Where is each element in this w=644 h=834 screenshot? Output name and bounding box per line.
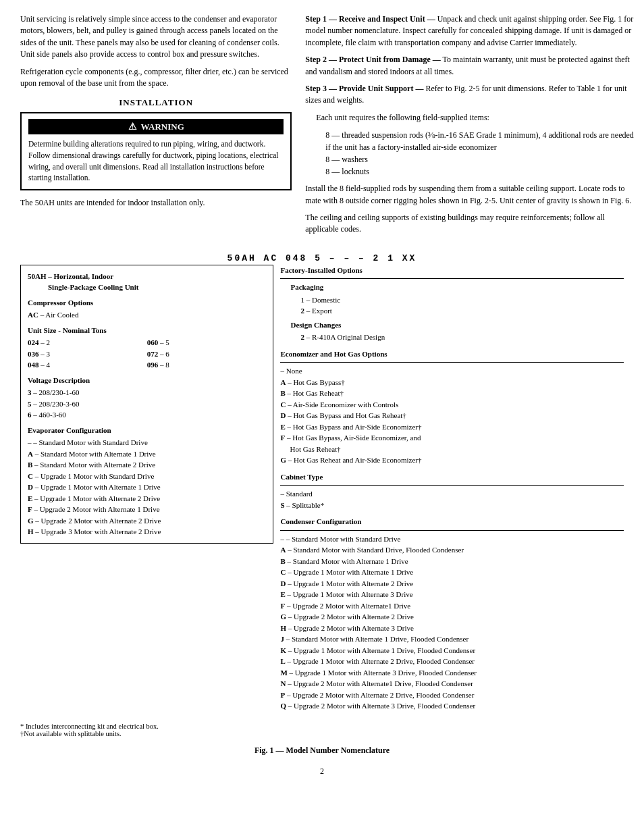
condenser-item: M – Upgrade 1 Motor with Alternate 3 Dri… <box>280 667 624 679</box>
list-item: 8 — locknuts <box>325 165 637 178</box>
packaging-title: Packaging <box>290 282 624 293</box>
condenser-item: B – Standard Motor with Alternate 1 Driv… <box>280 556 624 567</box>
condenser-item: K – Upgrade 1 Motor with Alternate 1 Dri… <box>280 645 624 656</box>
step2-heading: Step 2 — Protect Unit from Damage — <box>305 55 441 64</box>
footnote-2: †Not available with splittable units. <box>20 730 624 737</box>
compressor-item: AC – Air Cooled <box>28 309 266 321</box>
nomenclature-section: 50AH AC 048 5 – – – 2 1 XX 50AH – Horizo… <box>20 253 624 737</box>
nomenclature-code: 50AH AC 048 5 – – – 2 1 XX <box>20 253 624 263</box>
step3-items-list: 8 — threaded suspension rods (³⁄₈-in.-16… <box>325 129 637 178</box>
evap-item: D – Upgrade 1 Motor with Alternate 1 Dri… <box>28 481 266 493</box>
footnotes: * Includes interconnecting kit and elect… <box>20 723 624 737</box>
evap-item: A – Standard Motor with Alternate 1 Driv… <box>28 448 266 460</box>
step3-heading: Step 3 — Provide Unit Support — <box>305 84 423 93</box>
step1-paragraph: Step 1 — Receive and Inspect Unit — Unpa… <box>305 14 637 49</box>
evap-title: Evaporator Configuration <box>28 425 266 436</box>
unit-size-item: 024 – 2 <box>28 337 147 348</box>
voltage-title: Voltage Description <box>28 375 266 386</box>
condenser-item: E – Upgrade 1 Motor with Alternate 3 Dri… <box>280 589 624 600</box>
condenser-item: A – Standard Motor with Standard Drive, … <box>280 544 624 556</box>
cabinet-section: Cabinet Type – Standard S – Splittable* <box>280 471 624 511</box>
condenser-item: Q – Upgrade 2 Motor with Alternate 3 Dri… <box>280 700 624 712</box>
packaging-block: Packaging 1 – Domestic 2 – Export <box>280 282 624 317</box>
econom-item: G – Hot Gas Reheat and Air-Side Economiz… <box>280 454 624 466</box>
econom-item: – None <box>280 365 624 377</box>
footnote-1: * Includes interconnecting kit and elect… <box>20 723 624 730</box>
condenser-item: N – Upgrade 2 Motor with Alternate1 Driv… <box>280 678 624 689</box>
design-block: Design Changes 2 – R-410A Original Desig… <box>280 319 624 343</box>
unit-size-item: 048 – 4 <box>28 359 147 371</box>
condenser-item: P – Upgrade 2 Motor with Alternate 2 Dri… <box>280 689 624 701</box>
condenser-title: Condenser Configuration <box>280 516 624 527</box>
list-item: 8 — washers <box>325 153 637 165</box>
cabinet-title: Cabinet Type <box>280 471 624 483</box>
evap-item: E – Upgrade 1 Motor with Alternate 2 Dri… <box>28 493 266 504</box>
step2-paragraph: Step 2 — Protect Unit from Damage — To m… <box>305 54 637 78</box>
voltage-item: 6 – 460-3-60 <box>28 409 266 421</box>
factory-options-section: Factory-Installed Options Packaging 1 – … <box>280 265 624 343</box>
econom-item: E – Hot Gas Bypass and Air-Side Economiz… <box>280 421 624 433</box>
step3-field-supplied: Each unit requires the following field-s… <box>316 112 637 124</box>
condenser-item: – – Standard Motor with Standard Drive <box>280 533 624 545</box>
condenser-item: L – Upgrade 1 Motor with Alternate 2 Dri… <box>280 656 624 667</box>
evap-item: F – Upgrade 2 Motor with Alternate 1 Dri… <box>28 504 266 515</box>
unit-size-item: 096 – 8 <box>147 359 267 371</box>
fig-caption: Fig. 1 — Model Number Nomenclature <box>20 746 624 756</box>
nomenclature-diagram: 50AH – Horizontal, Indoor Single-Package… <box>20 265 624 717</box>
warning-text: Determine building alterations required … <box>28 138 284 184</box>
compressor-title: Compressor Options <box>28 297 266 309</box>
evap-item: B – Standard Motor with Alternate 2 Driv… <box>28 459 266 471</box>
condenser-item: F – Upgrade 2 Motor with Alternate1 Driv… <box>280 600 624 612</box>
cabinet-item: S – Splittable* <box>280 500 624 511</box>
evap-item: – – Standard Motor with Standard Drive <box>28 437 266 448</box>
step3-paragraph: Step 3 — Provide Unit Support — Refer to… <box>305 83 637 107</box>
intro-paragraph-2: Refrigeration cycle components (e.g., co… <box>20 66 292 90</box>
condenser-item: H – Upgrade 2 Motor with Alternate 3 Dri… <box>280 623 624 634</box>
econom-item: F – Hot Gas Bypass, Air-Side Economizer,… <box>280 432 624 454</box>
unit-size-grid: 024 – 2 060 – 5 036 – 3 072 – 6 048 – 4 … <box>28 337 266 371</box>
econom-item: D – Hot Gas Bypass and Hot Gas Reheat† <box>280 410 624 421</box>
unit-type-title: 50AH – Horizontal, Indoor Single-Package… <box>28 271 266 293</box>
warning-title: ⚠ WARNING <box>28 119 284 134</box>
step3-p3: The ceiling and ceiling supports of exis… <box>305 212 637 236</box>
unit-size-title: Unit Size - Nominal Tons <box>28 325 266 336</box>
evap-item: H – Upgrade 3 Motor with Alternate 2 Dri… <box>28 526 266 538</box>
installation-heading: INSTALLATION <box>20 97 292 108</box>
indoor-note: The 50AH units are intended for indoor i… <box>20 197 292 209</box>
warning-box: ⚠ WARNING Determine building alterations… <box>20 112 292 190</box>
nomenclature-left-box: 50AH – Horizontal, Indoor Single-Package… <box>20 265 273 544</box>
condenser-section: Condenser Configuration – – Standard Mot… <box>280 516 624 712</box>
packaging-item: 2 – Export <box>290 305 624 317</box>
voltage-item: 3 – 208/230-1-60 <box>28 387 266 398</box>
nomenclature-right-section: Factory-Installed Options Packaging 1 – … <box>273 265 624 717</box>
econom-item: B – Hot Gas Reheat† <box>280 388 624 399</box>
condenser-item: C – Upgrade 1 Motor with Alternate 1 Dri… <box>280 567 624 578</box>
evap-item: C – Upgrade 1 Motor with Standard Drive <box>28 471 266 482</box>
design-title: Design Changes <box>290 319 624 331</box>
economizer-title: Economizer and Hot Gas Options <box>280 348 624 360</box>
evap-item: G – Upgrade 2 Motor with Alternate 2 Dri… <box>28 515 266 527</box>
econom-item: C – Air-Side Economizer with Controls <box>280 399 624 411</box>
voltage-item: 5 – 208/230-3-60 <box>28 398 266 410</box>
packaging-item: 1 – Domestic <box>290 294 624 306</box>
unit-size-item: 036 – 3 <box>28 348 147 360</box>
design-item: 2 – R-410A Original Design <box>290 332 624 343</box>
economizer-section: Economizer and Hot Gas Options – None A … <box>280 348 624 466</box>
condenser-item: J – Standard Motor with Alternate 1 Driv… <box>280 633 624 645</box>
unit-size-item: 060 – 5 <box>147 337 267 348</box>
intro-paragraph-1: Unit servicing is relatively simple sinc… <box>20 14 292 61</box>
factory-options-title: Factory-Installed Options <box>280 265 624 276</box>
list-item: 8 — threaded suspension rods (³⁄₈-in.-16… <box>325 129 637 153</box>
page-number: 2 <box>20 766 624 777</box>
step3-p2: Install the 8 field-supplied rods by sus… <box>305 183 637 207</box>
condenser-item: D – Upgrade 1 Motor with Alternate 2 Dri… <box>280 578 624 590</box>
warning-triangle-icon: ⚠ <box>128 121 137 132</box>
step1-heading: Step 1 — Receive and Inspect Unit — <box>305 14 435 24</box>
unit-size-item: 072 – 6 <box>147 348 267 360</box>
econom-item: A – Hot Gas Bypass† <box>280 377 624 388</box>
cabinet-item: – Standard <box>280 488 624 500</box>
condenser-item: G – Upgrade 2 Motor with Alternate 2 Dri… <box>280 611 624 623</box>
